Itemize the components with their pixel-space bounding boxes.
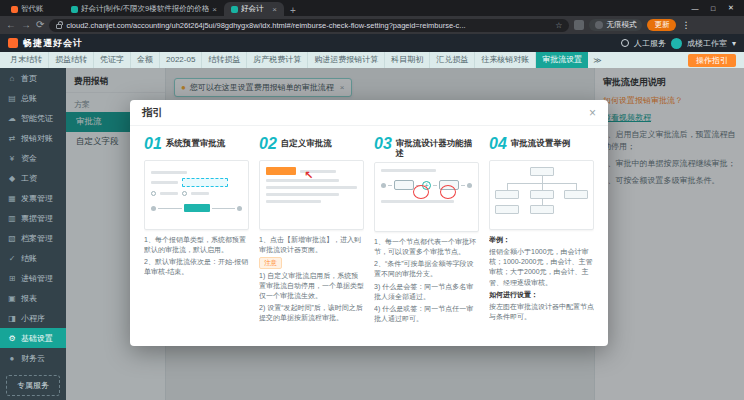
avatar[interactable] (671, 38, 682, 49)
step-title: 审批流设置举例 (511, 136, 571, 148)
sidebar-item-报销对账[interactable]: ⇄报销对账 (0, 128, 66, 148)
page-tab[interactable]: 损益结转 (49, 52, 94, 68)
sidebar-item-报表[interactable]: ▣报表 (0, 288, 66, 308)
step-description-line: 按左图在审批流设计器中配置节点与条件即可。 (489, 302, 594, 322)
sidebar-item-icon: ⌂ (7, 74, 17, 83)
page-tab[interactable]: 金额 (131, 52, 160, 68)
page-tabbar: 月末结转损益结转凭证字金额2022-05结转损益房产税费计算购进运费报销计算科目… (0, 52, 744, 68)
tab-close-icon[interactable]: × (272, 5, 277, 14)
reload-icon[interactable]: ⟳ (36, 20, 44, 30)
sidebar-item-label: 进销管理 (21, 273, 53, 284)
favicon (71, 6, 78, 13)
app-topbar: 畅捷通好会计 人工服务 成楼工作室 ▾ (0, 34, 744, 52)
sidebar-promo[interactable]: 专属服务 (6, 375, 60, 396)
flow-designer-illustration: + (374, 162, 479, 232)
tab-close-icon[interactable]: × (212, 5, 217, 14)
chevron-down-icon[interactable]: ▾ (732, 39, 736, 48)
preset-flow-illustration (144, 160, 249, 230)
sidebar-item-工资[interactable]: ◆工资 (0, 168, 66, 188)
flow-example-illustration (489, 160, 594, 230)
sidebar-item-icon: ☁ (7, 114, 17, 123)
tabs-overflow-icon[interactable]: ≫ (588, 56, 606, 65)
step-description-line: 举例： (489, 235, 594, 245)
red-highlight-ring (413, 185, 429, 199)
modal-title: 指引 (142, 106, 163, 120)
guide-button[interactable]: 操作指引 (688, 54, 736, 67)
new-tab-button[interactable]: + (284, 5, 302, 16)
workspace: ⌂首页▤总账☁智能凭证⇄报销对账¥资金◆工资▦发票管理▥票据管理▧档案管理✓结账… (0, 68, 744, 400)
forward-icon[interactable]: → (21, 20, 31, 30)
sidebar-item-label: 财务云 (21, 353, 45, 364)
sidebar-item-结账[interactable]: ✓结账 (0, 248, 66, 268)
tab-title: 好会计 (241, 4, 269, 14)
page-tab[interactable]: 科目期初 (385, 52, 430, 68)
headset-icon (621, 39, 629, 47)
sidebar-item-档案管理[interactable]: ▧档案管理 (0, 228, 66, 248)
page-tab[interactable]: 审批流设置 (536, 52, 588, 68)
browser-update-button[interactable]: 更新 (647, 19, 676, 31)
sidebar-item-首页[interactable]: ⌂首页 (0, 68, 66, 88)
step-number: 03 (374, 136, 392, 151)
modal-close-icon[interactable]: × (589, 107, 596, 119)
page-tab[interactable]: 往来核销对账 (475, 52, 536, 68)
custom-flow-illustration: ↖ (259, 160, 364, 230)
modal-header: 指引 × (130, 100, 608, 126)
sidebar-item-总账[interactable]: ▤总账 (0, 88, 66, 108)
page-tab[interactable]: 结转损益 (202, 52, 247, 68)
sidebar-items: ⌂首页▤总账☁智能凭证⇄报销对账¥资金◆工资▦发票管理▥票据管理▧档案管理✓结账… (0, 68, 66, 368)
sidebar-item-label: 智能凭证 (21, 113, 53, 124)
guide-step-1: 01 系统预置审批流 1、每个报销单类型，系统都预置默认的审批流，默认启用。2、… (144, 136, 249, 336)
browser-tab[interactable]: 好会计|制作/不限次9楼软件报价的价格× (64, 2, 224, 16)
sidebar-item-icon: ▦ (7, 194, 17, 203)
incognito-label: 无痕模式 (606, 20, 636, 30)
sidebar-item-label: 发票管理 (21, 193, 53, 204)
url-bar[interactable]: cloud2.chanjet.com/accounting/uh26t264j5… (49, 19, 569, 32)
page-tab[interactable]: 2022-05 (160, 52, 202, 68)
red-arrow-icon: ↖ (304, 169, 313, 182)
browser-tab[interactable]: 智代账 (4, 2, 64, 16)
page-tab[interactable]: 凭证字 (94, 52, 131, 68)
sidebar: ⌂首页▤总账☁智能凭证⇄报销对账¥资金◆工资▦发票管理▥票据管理▧档案管理✓结账… (0, 68, 66, 400)
sidebar-item-label: 总账 (21, 93, 37, 104)
extensions-icon[interactable] (574, 20, 584, 30)
sidebar-item-icon: ▤ (7, 94, 17, 103)
sidebar-item-icon: ⚙ (7, 334, 17, 343)
minimize-icon[interactable]: — (686, 0, 704, 16)
bookmark-star-icon[interactable]: ☆ (555, 21, 562, 30)
window-controls: — □ ✕ (686, 0, 740, 16)
step-description-line: 2、“条件”可按单据金额等字段设置不同的审批分支。 (374, 259, 479, 279)
page-tab[interactable]: 房产税费计算 (247, 52, 308, 68)
page-tab[interactable]: 汇兑损益 (430, 52, 475, 68)
sidebar-item-label: 档案管理 (21, 233, 53, 244)
browser-tabstrip: 智代账好会计|制作/不限次9楼软件报价的价格×好会计× + — □ ✕ (0, 0, 744, 16)
step-description-line: 如何进行设置： (489, 290, 594, 300)
service-link[interactable]: 人工服务 (634, 38, 666, 49)
browser-tab[interactable]: 好会计× (224, 2, 284, 16)
maximize-icon[interactable]: □ (704, 0, 722, 16)
sidebar-item-小程序[interactable]: ◨小程序 (0, 308, 66, 328)
sidebar-item-label: 小程序 (21, 313, 45, 324)
account-label[interactable]: 成楼工作室 (687, 38, 727, 49)
browser-menu-icon[interactable]: ⋮ (681, 20, 690, 30)
sidebar-item-基础设置[interactable]: ⚙基础设置 (0, 328, 66, 348)
page-tab[interactable]: 购进运费报销计算 (308, 52, 385, 68)
step-title: 系统预置审批流 (166, 136, 226, 148)
close-icon[interactable]: ✕ (722, 0, 740, 16)
sidebar-item-智能凭证[interactable]: ☁智能凭证 (0, 108, 66, 128)
sidebar-item-icon: ▧ (7, 234, 17, 243)
red-highlight-ring (440, 185, 456, 199)
sidebar-item-票据管理[interactable]: ▥票据管理 (0, 208, 66, 228)
favicon (231, 6, 238, 13)
step-number: 02 (259, 136, 277, 151)
sidebar-item-label: 票据管理 (21, 213, 53, 224)
step-description-line: 2) 设置“发起时间”后，该时间之后提交的单据按新流程审批。 (259, 303, 364, 323)
step-number: 01 (144, 136, 162, 151)
sidebar-item-资金[interactable]: ¥资金 (0, 148, 66, 168)
step-description-line: 2、默认审批流依次是：开始-报销单审核-结束。 (144, 257, 249, 277)
sidebar-item-发票管理[interactable]: ▦发票管理 (0, 188, 66, 208)
sidebar-item-财务云[interactable]: ●财务云 (0, 348, 66, 368)
back-icon[interactable]: ← (6, 20, 16, 30)
page-tab[interactable]: 月末结转 (4, 52, 49, 68)
sidebar-item-进销管理[interactable]: ⊞进销管理 (0, 268, 66, 288)
sidebar-item-label: 基础设置 (21, 333, 53, 344)
